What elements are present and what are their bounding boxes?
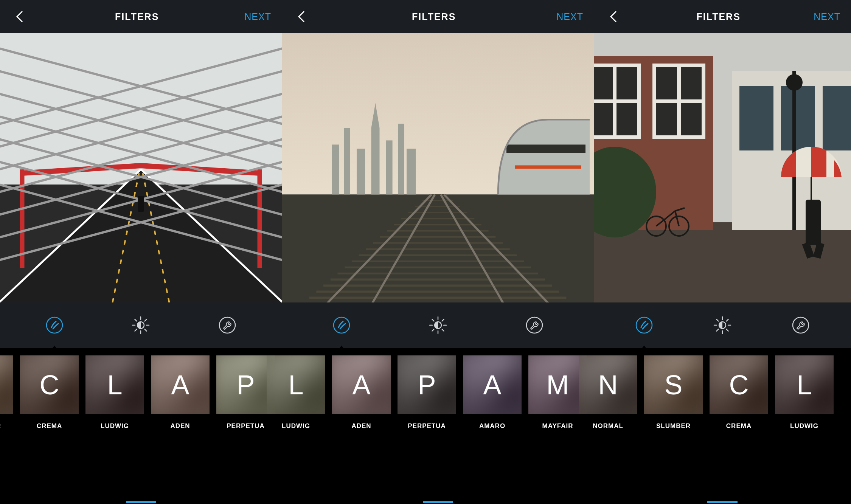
svg-point-31: [47, 317, 62, 333]
svg-rect-110: [806, 200, 821, 245]
lux-tab[interactable]: [427, 315, 449, 336]
filter-option[interactable]: N NORMAL: [579, 355, 637, 430]
lux-tab[interactable]: [712, 315, 733, 336]
filter-option[interactable]: C CREMA: [20, 355, 79, 430]
screen-title: FILTERS: [412, 11, 456, 22]
next-button[interactable]: NEXT: [814, 11, 840, 22]
svg-rect-92: [617, 103, 637, 135]
back-button[interactable]: [11, 7, 30, 26]
svg-line-80: [432, 319, 434, 321]
svg-rect-102: [792, 71, 796, 230]
filter-strip[interactable]: S SLUMBER C CREMA L LUDWIG A ADEN: [0, 348, 282, 504]
filter-screen: FILTERS NEXT S SLUMBER C: [0, 0, 282, 504]
filter-label: CREMA: [37, 422, 62, 430]
svg-rect-69: [398, 124, 404, 194]
filter-thumbnail: C: [20, 355, 79, 414]
filter-screen: FILTERS NEXT: [594, 0, 851, 504]
filter-option[interactable]: S SLUMBER: [0, 355, 13, 430]
filter-option[interactable]: M MAYFAIR: [528, 355, 587, 430]
filter-letter: A: [352, 369, 370, 400]
svg-line-116: [727, 329, 728, 331]
filter-option[interactable]: A ADEN: [332, 355, 391, 430]
filter-option[interactable]: L LUDWIG: [775, 355, 834, 430]
svg-point-41: [219, 317, 235, 333]
svg-line-76: [442, 329, 444, 331]
pager-indicator: [282, 501, 594, 504]
filter-label: SLUMBER: [656, 422, 691, 430]
svg-rect-66: [357, 149, 365, 194]
filter-label: ADEN: [351, 422, 371, 430]
filter-label: LUDWIG: [282, 422, 310, 430]
svg-point-83: [526, 317, 542, 333]
filter-letter: L: [288, 369, 303, 400]
svg-rect-91: [594, 103, 613, 135]
svg-point-123: [793, 317, 809, 333]
filter-option[interactable]: L LUDWIG: [267, 355, 325, 430]
filter-strip[interactable]: L LUDWIG A ADEN P PERPETUA A AMARO: [282, 348, 594, 504]
filters-tab[interactable]: [634, 315, 655, 336]
back-button[interactable]: [292, 7, 311, 26]
filter-option[interactable]: A ADEN: [151, 355, 210, 430]
filter-thumbnail: C: [710, 355, 768, 414]
next-button[interactable]: NEXT: [556, 11, 583, 22]
filter-option[interactable]: C CREMA: [710, 355, 768, 430]
filter-label: PERPETUA: [408, 422, 446, 430]
photo-preview[interactable]: [0, 33, 282, 302]
screen-title: FILTERS: [115, 11, 159, 22]
tools-tab[interactable]: [524, 315, 545, 336]
tool-tabs: [282, 302, 594, 348]
filter-thumbnail: S: [644, 355, 703, 414]
filter-label: LUDWIG: [101, 422, 129, 430]
lux-tab[interactable]: [130, 315, 151, 336]
next-button[interactable]: NEXT: [244, 11, 271, 22]
filter-option[interactable]: S SLUMBER: [644, 355, 703, 430]
svg-rect-30: [138, 196, 144, 212]
svg-line-118: [716, 329, 718, 331]
filter-letter: A: [483, 369, 501, 400]
screen-title: FILTERS: [697, 11, 741, 22]
filter-option[interactable]: P PERPETUA: [398, 355, 456, 430]
svg-rect-68: [386, 140, 393, 194]
filters-tab[interactable]: [44, 315, 65, 336]
filter-letter: M: [547, 369, 569, 400]
filter-letter: C: [40, 369, 59, 400]
filter-strip[interactable]: N NORMAL S SLUMBER C CREMA L LUDWIG: [594, 348, 851, 504]
filter-screen: FILTERS NEXT: [282, 0, 594, 504]
svg-rect-65: [344, 128, 350, 194]
filter-option[interactable]: A AMARO: [463, 355, 522, 430]
tools-tab[interactable]: [217, 315, 238, 336]
filter-label: CREMA: [726, 422, 752, 430]
filter-label: LUDWIG: [790, 422, 818, 430]
svg-line-82: [442, 319, 444, 321]
back-button[interactable]: [604, 7, 623, 26]
filter-thumbnail: S: [0, 355, 13, 414]
filter-thumbnail: L: [267, 355, 325, 414]
filter-letter: P: [418, 369, 436, 400]
filters-tab[interactable]: [331, 315, 352, 336]
header: FILTERS NEXT: [0, 0, 282, 33]
svg-line-122: [727, 319, 728, 321]
photo-preview[interactable]: [282, 33, 594, 302]
svg-rect-70: [407, 149, 416, 194]
filter-thumbnail: P: [216, 355, 275, 414]
svg-rect-99: [739, 86, 773, 150]
filter-thumbnail: L: [85, 355, 144, 414]
filter-option[interactable]: P PERPETUA: [216, 355, 275, 430]
filter-thumbnail: P: [398, 355, 456, 414]
photo-preview[interactable]: [594, 33, 851, 302]
filter-thumbnail: A: [463, 355, 522, 414]
tools-tab[interactable]: [790, 315, 811, 336]
filter-thumbnail: A: [151, 355, 210, 414]
filter-letter: N: [598, 369, 618, 400]
svg-point-103: [786, 74, 803, 91]
svg-rect-100: [781, 86, 815, 150]
filter-label: NORMAL: [593, 422, 623, 430]
filter-thumbnail: M: [528, 355, 587, 414]
filter-option[interactable]: L LUDWIG: [85, 355, 144, 430]
svg-rect-71: [506, 144, 585, 153]
svg-rect-93: [656, 67, 677, 99]
filter-label: MAYFAIR: [542, 422, 573, 430]
svg-rect-96: [681, 103, 702, 135]
filter-thumbnail: L: [775, 355, 834, 414]
svg-rect-89: [594, 67, 613, 99]
